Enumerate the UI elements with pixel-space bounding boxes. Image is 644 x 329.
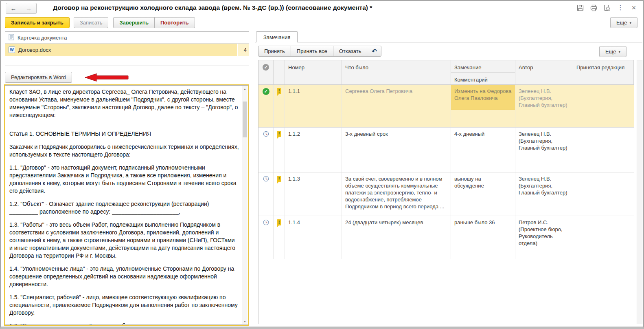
- check-glyph: ✓: [264, 88, 267, 95]
- edit-in-word-button[interactable]: Редактировать в Word: [5, 72, 72, 83]
- header-comment[interactable]: Комментарий: [451, 72, 515, 84]
- header-status-cell[interactable]: ✓: [258, 60, 274, 84]
- save-button[interactable]: Записать: [74, 17, 109, 28]
- window-icons: ⋮ ×: [576, 4, 637, 11]
- scroll-thumb[interactable]: [243, 102, 247, 137]
- table-row[interactable]: ! 1.1.3 За свой счет, своевременно и в п…: [258, 172, 634, 216]
- red-pointer-arrow-icon: [84, 73, 129, 84]
- preview-search-icon[interactable]: [603, 4, 611, 11]
- accepted-header-icon: ✓: [263, 64, 269, 71]
- cell-remark[interactable]: Изменить на Федорова Олега Павловича: [451, 85, 515, 127]
- cell-accepted-edition[interactable]: [573, 172, 634, 216]
- header-accepted-edition[interactable]: Принятая редакция: [573, 60, 634, 84]
- cell-remark[interactable]: выношу на обсуждение: [451, 172, 515, 216]
- cell-accepted-edition[interactable]: [573, 216, 634, 259]
- table-row[interactable]: ! 1.1.4 24 (двадцати четырех) месяцев ра…: [258, 216, 634, 259]
- document-scrollbar[interactable]: ▲ ▼: [242, 86, 248, 324]
- finish-repeat-group: Завершить Повторить: [113, 17, 195, 28]
- table-row[interactable]: ! 1.1.2 3-х дневный срок 4-х дневный Зел…: [258, 128, 634, 172]
- cell-number[interactable]: 1.1.2: [285, 128, 342, 172]
- more-button-remarks[interactable]: Еще ▾: [599, 46, 626, 57]
- file-row[interactable]: W Договор.docx 4: [5, 44, 249, 56]
- back-icon: ←: [11, 5, 17, 12]
- document-preview[interactable]: Клауст ЗАО, в лице его директора Сергеев…: [5, 85, 248, 325]
- comment-text[interactable]: [451, 110, 515, 127]
- cell-what-was[interactable]: 24 (двадцати четырех) месяцев: [342, 216, 451, 259]
- back-button[interactable]: ←: [6, 3, 21, 13]
- doc-paragraph: 1.4. "Уполномоченные лица" - это лица, у…: [9, 265, 239, 288]
- status-cell: [258, 172, 274, 216]
- doc-paragraph: 1.3. "Работы" - это весь объем Работ, по…: [9, 221, 239, 260]
- status-cell: [258, 128, 274, 172]
- flag-cell: !: [274, 216, 285, 259]
- more-kebab-icon[interactable]: ⋮: [617, 4, 624, 11]
- history-nav: ← →: [6, 3, 37, 14]
- cell-what-was[interactable]: 3-х дневный срок: [342, 128, 451, 172]
- check-glyph: ✓: [264, 64, 267, 71]
- cell-remark[interactable]: раньше было 36: [451, 216, 515, 259]
- table-row[interactable]: ✓ ! 1.1.1 Сергеева Олега Петровича Измен…: [258, 85, 634, 128]
- header-number[interactable]: Номер: [285, 60, 342, 84]
- cell-author[interactable]: Зеленец Н.В. (Бухгалтерия, Главный бухга…: [515, 85, 573, 127]
- page-title: Договор на реконструкцию холодного склад…: [53, 4, 372, 11]
- finish-button[interactable]: Завершить: [113, 17, 155, 28]
- pending-clock-icon: [263, 219, 269, 256]
- document-card: Карточка документа W Договор.docx 4: [5, 31, 249, 66]
- header-remark[interactable]: Замечание: [451, 60, 515, 72]
- cell-accepted-edition[interactable]: [573, 128, 634, 172]
- document-card-title: Карточка документа: [18, 35, 67, 41]
- remark-flag-icon: !: [277, 176, 281, 182]
- cell-accepted-edition[interactable]: [573, 85, 634, 127]
- reject-button[interactable]: Отказать: [333, 46, 368, 57]
- chevron-down-icon: ▾: [629, 21, 631, 25]
- scroll-down-icon[interactable]: ▼: [242, 318, 248, 324]
- document-icon: [9, 34, 14, 42]
- header-author[interactable]: Автор: [515, 60, 573, 84]
- chevron-down-icon: ▾: [618, 50, 620, 54]
- doc-paragraph: Клауст ЗАО, в лице его директора Сергеев…: [9, 88, 239, 119]
- header-what-was[interactable]: Что было: [342, 60, 451, 84]
- file-name: Договор.docx: [18, 47, 51, 53]
- status-cell: ✓: [258, 85, 274, 127]
- cell-what-was[interactable]: Сергеева Олега Петровича: [342, 85, 451, 127]
- remark-text[interactable]: Изменить на Федорова Олега Павловича: [451, 85, 515, 110]
- cell-author[interactable]: Зеленец Н.В. (Бухгалтерия, Главный бухга…: [515, 172, 573, 216]
- remark-flag-icon: !: [277, 219, 281, 225]
- flag-cell: !: [274, 128, 285, 172]
- doc-paragraph: Заказчик и Подрядчик договорились о ниже…: [9, 143, 239, 159]
- more-button-top[interactable]: Еще ▾: [610, 17, 637, 28]
- status-cell: [258, 216, 274, 259]
- cell-author[interactable]: Зеленец Н.В. (Бухгалтерия, Главный бухга…: [515, 128, 573, 172]
- scroll-up-icon[interactable]: ▲: [242, 86, 248, 92]
- cell-number[interactable]: 1.1.3: [285, 172, 342, 216]
- cell-what-was[interactable]: За свой счет, своевременно и в полном об…: [342, 172, 451, 216]
- accept-button[interactable]: Принять: [258, 46, 291, 57]
- header-remark-comment[interactable]: Замечание Комментарий: [451, 60, 515, 84]
- forward-icon: →: [26, 5, 32, 12]
- save-icon[interactable]: [576, 4, 584, 11]
- remarks-table-scrollbar[interactable]: [637, 60, 642, 324]
- header-flag-cell[interactable]: [274, 60, 285, 84]
- file-name-cell[interactable]: W Договор.docx: [5, 44, 237, 56]
- doc-paragraph: 1.5. "Специалист, рабочий" - лицо, имеющ…: [9, 294, 239, 317]
- remark-flag-icon: !: [277, 88, 281, 94]
- repeat-button[interactable]: Повторить: [154, 17, 195, 28]
- print-icon[interactable]: [590, 4, 597, 11]
- close-icon[interactable]: ×: [630, 4, 637, 11]
- undo-button[interactable]: ↶: [367, 46, 381, 57]
- tab-strip-line: [255, 42, 642, 42]
- pending-clock-icon: [263, 131, 269, 169]
- tab-remarks[interactable]: Замечания: [256, 31, 298, 42]
- cell-number[interactable]: 1.1.1: [285, 85, 342, 127]
- word-file-icon: W: [9, 46, 15, 53]
- app-window: ← → Договор на реконструкцию холодного с…: [0, 0, 644, 329]
- forward-button[interactable]: →: [21, 3, 36, 13]
- cell-remark[interactable]: 4-х дневный: [451, 128, 515, 172]
- save-and-close-button[interactable]: Записать и закрыть: [5, 17, 70, 28]
- flag-cell: !: [274, 172, 285, 216]
- document-text: Клауст ЗАО, в лице его директора Сергеев…: [9, 88, 239, 325]
- more-label: Еще: [605, 49, 616, 55]
- accept-all-button[interactable]: Принять все: [291, 46, 333, 57]
- cell-number[interactable]: 1.1.4: [285, 216, 342, 259]
- cell-author[interactable]: Петров И.С. (Проектное бюро, Руководител…: [515, 216, 573, 259]
